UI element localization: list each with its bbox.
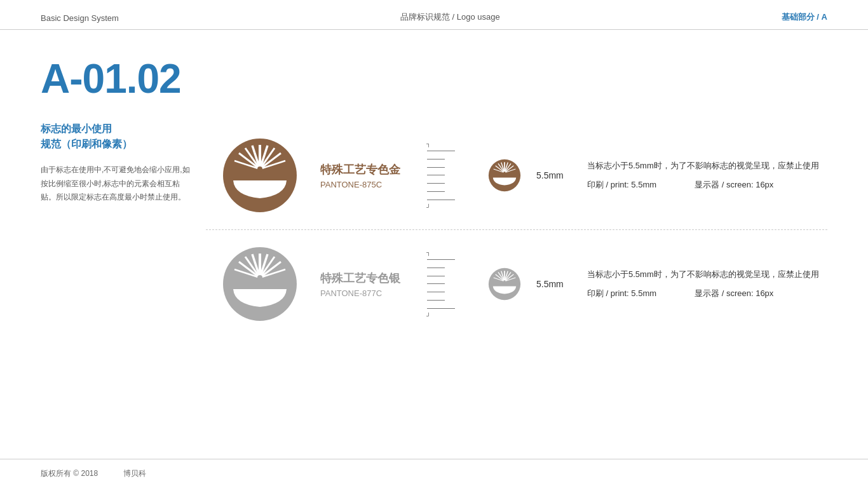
logo-small-gold xyxy=(479,159,530,192)
ruler-line xyxy=(427,259,455,260)
desc-specs-gold: 印刷 / print: 5.5mm 显示器 / screen: 16px xyxy=(587,179,827,191)
svg-point-43 xyxy=(503,280,505,282)
ruler-line xyxy=(427,308,455,309)
desc-main-gold: 当标志小于5.5mm时，为了不影响标志的视觉呈现，应禁止使用 xyxy=(587,160,827,172)
logo-svg-gold xyxy=(222,137,298,214)
ruler-bottom-label: ┘ xyxy=(426,204,430,210)
ruler-line xyxy=(427,191,445,192)
spec-screen-silver: 显示器 / screen: 16px xyxy=(695,288,773,299)
ruler-line xyxy=(427,200,455,200)
ruler-silver: ┐ ┘ xyxy=(425,249,457,319)
ruler-line xyxy=(427,276,445,276)
left-column: 标志的最小使用规范（印刷和像素） 由于标志在使用中,不可避免地会缩小应用,如按比… xyxy=(41,121,206,338)
scale-area-silver: ┐ ┘ xyxy=(403,249,479,319)
ruler-line xyxy=(427,159,445,159)
header-left-text: Basic Design System xyxy=(41,13,119,23)
main-content: 标志的最小使用规范（印刷和像素） 由于标志在使用中,不可避免地会缩小应用,如按比… xyxy=(0,115,868,344)
desc-specs-silver: 印刷 / print: 5.5mm 显示器 / screen: 16px xyxy=(587,288,827,299)
page-code: A-01.02 xyxy=(41,55,827,102)
logo-svg-small-silver xyxy=(488,268,521,301)
ruler-bottom-label-silver: ┘ xyxy=(426,313,430,319)
ruler-line xyxy=(427,151,455,151)
header-center-text: 品牌标识规范 / Logo usage xyxy=(400,11,500,23)
size-label-silver: 5.5mm xyxy=(530,279,574,289)
page-footer: 版权所有 © 2018 博贝科 xyxy=(0,459,868,488)
ruler-top-label-silver: ┐ xyxy=(426,249,430,255)
logo-row-gold: 特殊工艺专色金 PANTONE-875C ┐ ┘ xyxy=(206,121,827,230)
header-right-text: 基础部分 / A xyxy=(782,11,827,23)
scale-area-gold: ┐ ┘ xyxy=(403,140,479,210)
section-heading: 标志的最小使用规范（印刷和像素） xyxy=(41,121,193,152)
desc-main-silver: 当标志小于5.5mm时，为了不影响标志的视觉呈现，应禁止使用 xyxy=(587,269,827,280)
ruler-gold: ┐ ┘ xyxy=(425,140,457,210)
spec-print-silver: 印刷 / print: 5.5mm xyxy=(587,288,656,299)
logo-name-gold: 特殊工艺专色金 xyxy=(320,162,403,177)
footer-company: 博贝科 xyxy=(123,468,146,479)
ruler-line xyxy=(427,175,445,175)
footer-copyright: 版权所有 © 2018 xyxy=(41,468,98,479)
size-label-gold: 5.5mm xyxy=(530,170,574,180)
ruler-line xyxy=(427,167,445,168)
ruler-line xyxy=(427,292,445,292)
spec-print-gold: 印刷 / print: 5.5mm xyxy=(587,179,656,191)
logo-info-silver: 特殊工艺专色银 PANTONE-877C xyxy=(301,271,403,298)
logo-svg-silver xyxy=(222,246,298,322)
desc-col-gold: 当标志小于5.5mm时，为了不影响标志的视觉呈现，应禁止使用 印刷 / prin… xyxy=(574,160,827,191)
ruler-lines-silver xyxy=(427,255,455,313)
logo-svg-small-gold xyxy=(488,159,521,192)
ruler-line xyxy=(427,300,445,301)
section-title-block: A-01.02 xyxy=(0,30,868,115)
logo-small-silver xyxy=(479,268,530,301)
section-description: 由于标志在使用中,不可避免地会缩小应用,如按比例缩至很小时,标志中的元素会相互粘… xyxy=(41,163,193,205)
svg-point-10 xyxy=(257,166,262,172)
ruler-line xyxy=(427,268,445,268)
page-header: Basic Design System 品牌标识规范 / Logo usage … xyxy=(0,0,868,30)
ruler-line xyxy=(427,283,445,284)
logo-name-silver: 特殊工艺专色银 xyxy=(320,271,403,286)
svg-point-32 xyxy=(257,275,262,280)
right-column: 特殊工艺专色金 PANTONE-875C ┐ ┘ xyxy=(206,121,827,338)
ruler-line xyxy=(427,183,445,184)
spec-screen-gold: 显示器 / screen: 16px xyxy=(695,179,773,191)
svg-point-21 xyxy=(503,172,505,173)
ruler-lines-gold xyxy=(427,147,455,204)
desc-col-silver: 当标志小于5.5mm时，为了不影响标志的视觉呈现，应禁止使用 印刷 / prin… xyxy=(574,269,827,299)
logo-code-gold: PANTONE-875C xyxy=(320,180,403,189)
logo-large-silver xyxy=(219,243,301,325)
logo-code-silver: PANTONE-877C xyxy=(320,288,403,298)
ruler-top-label: ┐ xyxy=(426,140,430,147)
logo-info-gold: 特殊工艺专色金 PANTONE-875C xyxy=(301,162,403,189)
logo-large-gold xyxy=(219,134,301,217)
logo-row-silver: 特殊工艺专色银 PANTONE-877C ┐ ┘ xyxy=(206,230,827,338)
